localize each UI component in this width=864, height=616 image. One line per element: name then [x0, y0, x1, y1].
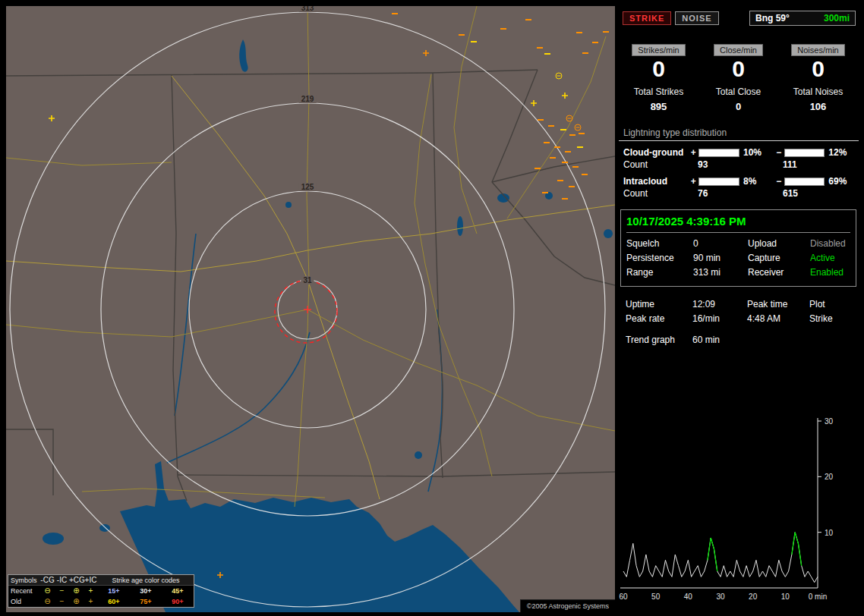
mode-header: STRIKE NOISE Bng 59° 300mi — [623, 11, 856, 26]
cg-positive-percent: 10% — [743, 147, 774, 158]
ic-positive-count: 76 — [698, 188, 783, 199]
legend-row-old: Old ⊖ − ⊕ + 60+ 75+ 90+ — [8, 596, 194, 607]
trend-chart: 1020306050403020100 min — [619, 412, 859, 606]
intracloud-label: Intracloud — [619, 176, 688, 187]
receiver-status-box: 10/17/2025 4:39:16 PM Squelch 0 Upload D… — [620, 209, 856, 287]
minus-icon: − — [55, 587, 69, 595]
noises-per-min-column: Noises/min 0 Total Noises 106 — [778, 44, 858, 112]
status-row: Range 313 mi Receiver Enabled — [626, 267, 850, 278]
range-ring-label: 313 — [299, 6, 317, 12]
intracloud-row: Intracloud + 8% − 69% — [619, 176, 859, 187]
squelch-label: Squelch — [626, 238, 693, 249]
datetime-display: 10/17/2025 4:39:16 PM — [626, 215, 850, 233]
circle-minus-icon: ⊖ — [40, 598, 55, 605]
close-per-min-value: 0 — [732, 57, 745, 81]
legend-col-pos-cg: +CG — [69, 577, 84, 584]
cloud-ground-row: Cloud-ground + 10% − 12% — [619, 147, 859, 158]
age-badge: 30+ — [130, 587, 162, 595]
circle-minus-icon: ⊖ — [40, 587, 55, 595]
cloud-ground-counts: Count 93 111 — [619, 159, 859, 170]
svg-text:10: 10 — [781, 592, 790, 601]
count-label: Count — [619, 159, 698, 170]
session-info: Uptime 12:09 Peak time Plot Peak rate 16… — [626, 299, 856, 345]
status-panel: STRIKE NOISE Bng 59° 300mi Strikes/min 0… — [619, 6, 859, 612]
total-noises-value: 106 — [810, 101, 827, 112]
lightning-map[interactable]: 313 219 125 31 Symbols -CG -IC +CG +IC S… — [6, 6, 615, 612]
peak-time-value: 4:48 AM — [747, 313, 809, 324]
legend-age-title: Strike age color codes — [98, 577, 194, 584]
legend-col-pos-ic: +IC — [84, 577, 98, 584]
trend-graph-row: Trend graph 60 min — [626, 335, 856, 345]
strike-mode-button[interactable]: STRIKE — [623, 11, 671, 25]
svg-text:10: 10 — [825, 529, 834, 537]
rate-counters: Strikes/min 0 Total Strikes 895 Close/mi… — [619, 44, 859, 112]
persistence-value: 90 min — [693, 253, 748, 263]
ic-negative-percent: 69% — [828, 176, 859, 187]
range-value: 300mi — [824, 13, 850, 24]
range-label: Range — [626, 267, 693, 278]
ic-negative-gauge — [784, 178, 825, 186]
distribution-title: Lightning type distribution — [623, 127, 859, 138]
total-strikes-label: Total Strikes — [634, 86, 683, 97]
ic-negative-count: 615 — [783, 188, 798, 199]
upload-label: Upload — [748, 238, 810, 249]
total-close-label: Total Close — [716, 86, 761, 97]
strikes-per-min-column: Strikes/min 0 Total Strikes 895 — [619, 44, 698, 112]
plus-icon: + — [84, 598, 98, 605]
close-per-min-label: Close/min — [714, 44, 763, 56]
minus-icon: − — [774, 147, 784, 158]
divider — [619, 140, 859, 141]
receiver-label: Receiver — [748, 267, 810, 278]
circle-plus-icon: ⊕ — [69, 587, 84, 595]
legend-recent-label: Recent — [8, 587, 40, 595]
svg-text:30: 30 — [825, 417, 834, 426]
count-label: Count — [619, 188, 698, 199]
status-row: Squelch 0 Upload Disabled — [626, 238, 850, 249]
legend-row-recent: Recent ⊖ − ⊕ + 15+ 30+ 45+ — [8, 586, 194, 596]
age-badge: 90+ — [162, 598, 194, 605]
svg-text:60: 60 — [619, 592, 628, 601]
legend-old-label: Old — [8, 598, 40, 605]
minus-icon: − — [55, 598, 69, 605]
age-badge: 60+ — [98, 598, 130, 605]
intracloud-counts: Count 76 615 — [619, 188, 859, 199]
minus-icon: − — [774, 176, 784, 187]
legend-symbols-header: Symbols — [8, 577, 40, 584]
legend-col-neg-cg: -CG — [40, 577, 55, 584]
copyright-notice: ©2005 Astrogenic Systems — [520, 599, 615, 612]
svg-text:0 min: 0 min — [809, 592, 827, 601]
svg-text:20: 20 — [825, 473, 834, 481]
cg-positive-count: 93 — [698, 159, 783, 170]
squelch-value: 0 — [693, 238, 748, 249]
strikes-per-min-label: Strikes/min — [632, 44, 685, 56]
total-strikes-value: 895 — [651, 101, 667, 112]
status-row: Persistence 90 min Capture Active — [626, 253, 850, 263]
ic-positive-percent: 8% — [743, 176, 774, 187]
peak-rate-row: Peak rate 16/min 4:48 AM Strike — [626, 313, 856, 324]
capture-status: Active — [810, 253, 850, 263]
age-badge: 15+ — [98, 587, 130, 595]
circle-plus-icon: ⊕ — [69, 598, 84, 605]
bearing-value: Bng 59° — [755, 13, 790, 24]
total-noises-label: Total Noises — [793, 86, 843, 97]
noise-mode-button[interactable]: NOISE — [675, 11, 718, 25]
noises-per-min-label: Noises/min — [791, 44, 844, 56]
bearing-range-display: Bng 59° 300mi — [749, 11, 856, 26]
map-legend: Symbols -CG -IC +CG +IC Strike age color… — [8, 574, 194, 608]
receiver-status: Enabled — [810, 267, 850, 278]
trend-chart-canvas: 1020306050403020100 min — [619, 412, 859, 606]
svg-text:40: 40 — [684, 592, 693, 601]
range-ring-label: 219 — [299, 95, 317, 103]
uptime-row: Uptime 12:09 Peak time Plot — [626, 299, 856, 310]
uptime-label: Uptime — [626, 299, 692, 310]
plus-icon: + — [84, 587, 98, 595]
trend-graph-window: 60 min — [692, 335, 747, 345]
uptime-value: 12:09 — [692, 299, 747, 310]
age-badge: 45+ — [162, 587, 194, 595]
cg-negative-gauge — [784, 149, 825, 157]
persistence-label: Persistence — [626, 253, 693, 263]
cg-negative-percent: 12% — [828, 147, 859, 158]
legend-col-neg-ic: -IC — [55, 577, 69, 584]
strikes-per-min-value: 0 — [652, 57, 665, 81]
peak-rate-value: 16/min — [692, 313, 747, 324]
